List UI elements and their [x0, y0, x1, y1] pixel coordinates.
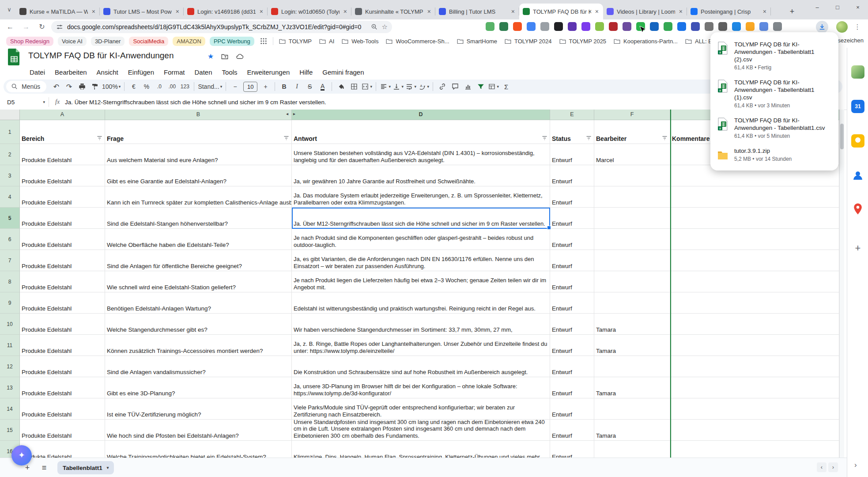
cell-D14[interactable]: Viele Parks/Module sind TÜV-geprüft oder… [292, 398, 550, 420]
cell-F8[interactable] [594, 271, 670, 292]
bookmark-folder[interactable]: Web-Tools [341, 38, 378, 45]
menu-item[interactable]: Einfügen [123, 67, 159, 78]
cell-D2[interactable]: Unsere Stationen bestehen vollständig au… [292, 144, 550, 165]
cell-A1[interactable]: Bereich [20, 120, 105, 144]
insert-comment-button[interactable] [449, 81, 461, 92]
cell-G14[interactable] [670, 398, 839, 420]
document-title[interactable]: TOLYMP FAQ DB für KI-Anwendungen [28, 51, 174, 61]
tab-close-icon[interactable]: × [259, 8, 264, 15]
strikethrough-button[interactable]: S [303, 81, 316, 92]
text-color-button[interactable]: A [321, 83, 325, 91]
menu-item[interactable]: Hilfe [294, 67, 317, 78]
all-sheets-button[interactable]: ≡ [38, 462, 50, 474]
filter-icon-F[interactable] [661, 135, 668, 141]
panel-collapse-icon[interactable]: › [854, 461, 857, 469]
row-header-1[interactable]: 1 [0, 120, 20, 144]
cell-F4[interactable] [594, 186, 670, 208]
column-header-F[interactable]: F [594, 110, 670, 120]
cell-D10[interactable]: Wir haben verschiedene Stangendurchmesse… [292, 314, 550, 335]
browser-tab[interactable]: TOLYMP FAQ DB für KI-An × [519, 4, 603, 19]
tab-close-icon[interactable]: × [678, 8, 683, 15]
cell-B5[interactable]: Sind die Edelstahl-Stangen höhenverstell… [105, 208, 292, 229]
cell-B15[interactable]: Wie hoch sind die Pfosten bei Edelstahl-… [105, 420, 292, 441]
cell-A15[interactable]: Produkte Edelstahl [20, 420, 105, 441]
print-button[interactable] [75, 81, 88, 92]
cell-G7[interactable] [670, 250, 839, 271]
row-header-12[interactable]: 12 [0, 356, 20, 377]
currency-button[interactable]: € [127, 81, 140, 92]
filter-icon-D[interactable] [541, 135, 548, 141]
cell-A3[interactable]: Produkte Edelstahl [20, 165, 105, 186]
redo-button[interactable]: ↷ [63, 81, 75, 92]
extension-icon[interactable] [486, 22, 494, 31]
extension-icon[interactable] [527, 22, 536, 31]
cell-F15[interactable]: Tamara [594, 420, 670, 441]
scroll-left-button[interactable]: ‹ [817, 462, 826, 472]
undo-button[interactable]: ↶ [50, 81, 63, 92]
cell-F13[interactable]: Tamara [594, 377, 670, 398]
extension-icon[interactable] [718, 22, 727, 31]
cell-A16[interactable]: Produkte Edelstahl [20, 441, 105, 458]
browser-tab[interactable]: Billing | Tutor LMS × [435, 4, 519, 19]
browser-tab[interactable]: Login: v1469186 (dd31014 × [184, 4, 268, 19]
cell-D3[interactable]: Ja, wir gewähren 10 Jahre Garantie auf R… [292, 165, 550, 186]
row-header-10[interactable]: 10 [0, 314, 20, 335]
extension-icon[interactable] [623, 22, 631, 31]
cell-E6[interactable]: Entwurf [550, 229, 594, 250]
cell-F14[interactable] [594, 398, 670, 420]
increase-decimal-button[interactable]: .00 [166, 81, 178, 92]
menu-item[interactable]: Format [159, 67, 190, 78]
cell-D11[interactable]: Ja, z. B. Ringe, Battle Ropes oder Langh… [292, 335, 550, 356]
row-header-14[interactable]: 14 [0, 398, 20, 420]
tab-close-icon[interactable]: × [175, 8, 180, 15]
percent-button[interactable]: % [140, 81, 153, 92]
calendar-icon[interactable]: 31 [851, 100, 864, 113]
tab-close-icon[interactable]: × [343, 8, 348, 15]
cell-E3[interactable]: Entwurf [550, 165, 594, 186]
bookmark-folder[interactable]: WooCommerce-Sh... [385, 38, 449, 45]
assistant-fab[interactable]: ✦ [11, 445, 32, 466]
cell-E5[interactable]: Entwurf [550, 208, 594, 229]
cell-E8[interactable]: Entwurf [550, 271, 594, 292]
paint-format-button[interactable] [88, 81, 101, 92]
row-header-5[interactable]: 5 [0, 208, 20, 229]
cell-F16[interactable] [594, 441, 670, 458]
font-size-increase[interactable]: + [259, 81, 272, 92]
menus-search-button[interactable]: Menüs [6, 81, 46, 92]
downloads-button[interactable] [816, 21, 828, 33]
insert-chart-button[interactable] [461, 81, 474, 92]
contacts-icon[interactable] [851, 169, 864, 182]
keep-icon[interactable] [851, 134, 864, 148]
extension-icon[interactable] [691, 22, 700, 31]
hidden-column-expand-left-icon[interactable]: ◂ [286, 111, 288, 116]
font-size-input[interactable]: 10 [243, 82, 257, 92]
cell-F12[interactable] [594, 356, 670, 377]
cell-B10[interactable]: Welche Stangendurchmesser gibt es? [105, 314, 292, 335]
download-item[interactable]: a TOLYMP FAQ DB für KI-Anwendungen - Tab… [710, 37, 838, 75]
cell-G15[interactable] [670, 420, 839, 441]
new-tab-button[interactable]: + [786, 6, 798, 18]
cell-B11[interactable]: Können zusätzlich Trainings-Accessoires … [105, 335, 292, 356]
filter-icon-A[interactable] [96, 135, 103, 141]
bookmark-folder[interactable]: AI [319, 38, 334, 45]
reload-icon[interactable]: ↻ [36, 21, 48, 33]
cell-A13[interactable]: Produkte Edelstahl [20, 377, 105, 398]
extension-icon[interactable] [746, 22, 755, 31]
cell-B8[interactable]: Wie schnell wird eine Edelstahl-Station … [105, 271, 292, 292]
cell-E16[interactable]: Entwurf [550, 441, 594, 458]
cell-B14[interactable]: Ist eine TÜV-Zertifizierung möglich? [105, 398, 292, 420]
extension-icon[interactable] [759, 22, 768, 31]
tab-close-icon[interactable]: × [91, 8, 96, 15]
tab-close-icon[interactable]: × [594, 8, 600, 15]
extension-icon[interactable] [677, 22, 686, 31]
browser-tab[interactable]: Login: w01d0650 (Tolymp) × [268, 4, 351, 19]
select-all-corner[interactable] [0, 110, 20, 120]
tab-close-icon[interactable]: × [426, 8, 432, 15]
merge-cells-button[interactable]: ▾ [360, 81, 373, 92]
cell-F5[interactable] [594, 208, 670, 229]
cell-F7[interactable] [594, 250, 670, 271]
cell-E13[interactable]: Entwurf [550, 377, 594, 398]
cell-D6[interactable]: Je nach Produkt sind die Komponenten ges… [292, 229, 550, 250]
row-header-11[interactable]: 11 [0, 335, 20, 356]
download-item[interactable]: a TOLYMP FAQ DB für KI-Anwendungen - Tab… [710, 113, 838, 143]
